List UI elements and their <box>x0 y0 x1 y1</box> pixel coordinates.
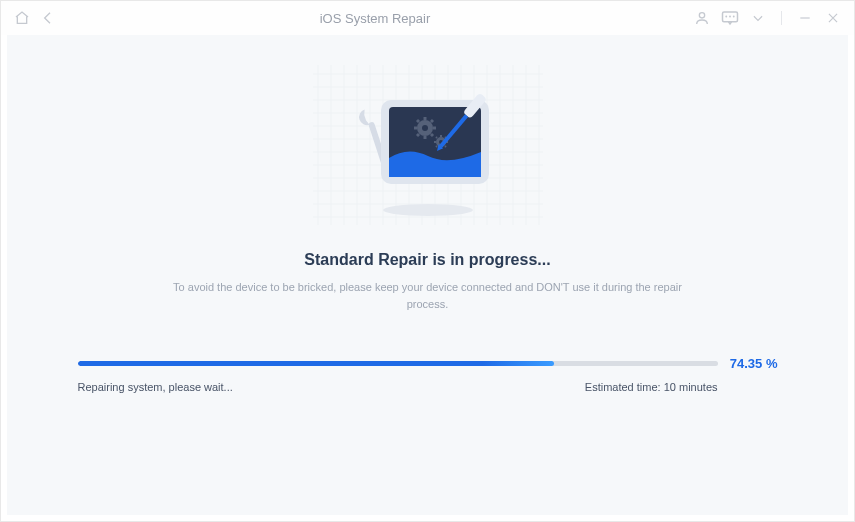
user-icon[interactable] <box>693 9 711 27</box>
back-icon[interactable] <box>39 9 57 27</box>
titlebar-right <box>693 9 842 27</box>
svg-line-21 <box>436 137 437 138</box>
window-title: iOS System Repair <box>57 11 693 26</box>
progress-percent: 74.35 % <box>730 356 778 371</box>
chevron-down-icon[interactable] <box>749 9 767 27</box>
content-area: Standard Repair is in progress... To avo… <box>7 35 848 515</box>
progress-info: Repairing system, please wait... Estimat… <box>78 381 778 393</box>
svg-line-11 <box>417 120 419 122</box>
progress-row: 74.35 % <box>78 356 778 371</box>
progress-subtext: To avoid the device to be bricked, pleas… <box>168 279 688 312</box>
progress-fill <box>78 361 554 366</box>
progress-status: Repairing system, please wait... <box>78 381 233 393</box>
close-icon[interactable] <box>824 9 842 27</box>
svg-point-15 <box>422 125 428 131</box>
progress-eta: Estimated time: 10 minutes <box>585 381 718 393</box>
app-window: iOS System Repair <box>0 0 855 522</box>
titlebar-left <box>13 9 57 27</box>
svg-line-12 <box>431 134 433 136</box>
svg-point-0 <box>699 13 704 18</box>
svg-line-13 <box>417 134 419 136</box>
svg-line-23 <box>436 146 437 147</box>
repair-illustration <box>313 65 543 225</box>
svg-line-22 <box>445 146 446 147</box>
device-repair-icon <box>333 70 523 220</box>
minimize-icon[interactable] <box>796 9 814 27</box>
progress-section: 74.35 % Repairing system, please wait...… <box>78 356 778 393</box>
progress-bar <box>78 361 718 366</box>
titlebar-divider <box>781 11 782 25</box>
home-icon[interactable] <box>13 9 31 27</box>
svg-point-2 <box>383 204 473 216</box>
feedback-icon[interactable] <box>721 9 739 27</box>
svg-line-14 <box>431 120 433 122</box>
titlebar: iOS System Repair <box>1 1 854 35</box>
progress-heading: Standard Repair is in progress... <box>304 251 550 269</box>
